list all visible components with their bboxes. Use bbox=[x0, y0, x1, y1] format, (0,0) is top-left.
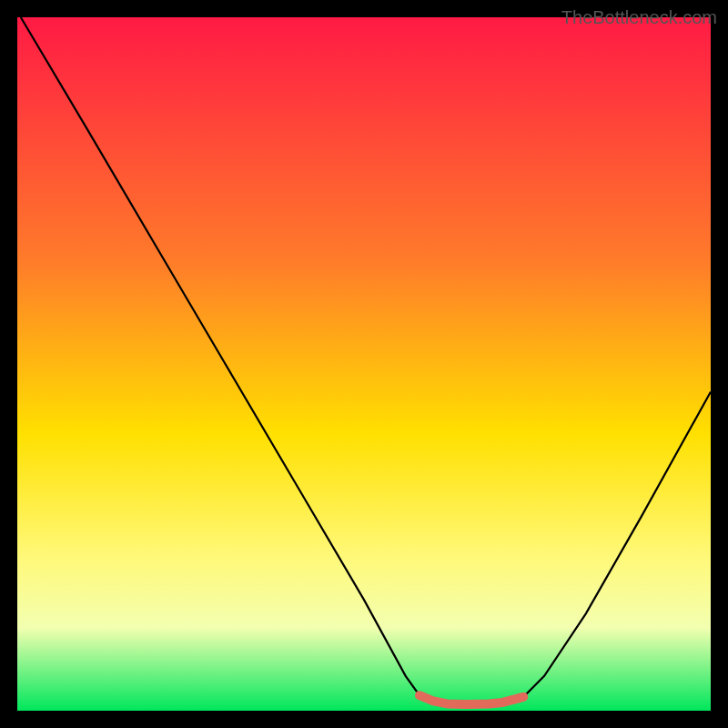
bottleneck-chart bbox=[17, 17, 711, 711]
chart-svg bbox=[17, 17, 711, 711]
watermark-label: TheBottleneck.com bbox=[561, 7, 717, 28]
gradient-background bbox=[17, 17, 711, 711]
